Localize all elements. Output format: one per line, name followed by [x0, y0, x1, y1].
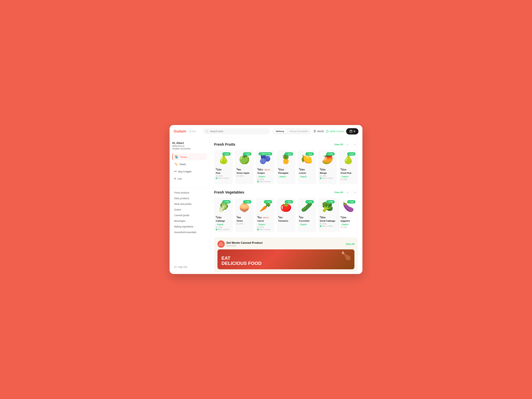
location-icon: [313, 130, 316, 133]
fruits-prev-button[interactable]: ‹: [345, 142, 350, 147]
product-card-lemon[interactable]: + Add 🍋 $2300 Lemon Organic: [298, 150, 316, 184]
fruits-view-all[interactable]: View All: [334, 143, 343, 146]
product-card-grapes[interactable]: + Add to Cart 🫐 $2012 $50.12 Grapes Orga…: [256, 150, 274, 184]
greeting-store: Gudam Groceries: [172, 147, 207, 150]
fruits-section-header: Fresh Fruits View All ‹ ›: [214, 142, 358, 147]
header: Gudam ‹ all store Delivery Pickup Unavai…: [170, 125, 362, 138]
product-card-pineapple[interactable]: + Add 🍍 $2100 Pineapple Organic: [277, 150, 295, 184]
cabbage-per-lb: $1.19/lb: [216, 226, 231, 228]
svg-line-1: [208, 132, 208, 132]
onion-per-lb: $1.19/lb: [237, 223, 252, 225]
nav-label-deals: Deals: [180, 163, 186, 165]
eggplant-emoji: 🍆: [342, 202, 354, 212]
product-card-onion[interactable]: + Add 🧅 $400 Onion $1.19/lb: [235, 198, 254, 232]
lemon-name: Lemon: [299, 172, 315, 174]
pineapple-add-button[interactable]: + Add: [285, 152, 293, 156]
tomatoes-add-button[interactable]: + Add: [285, 200, 293, 203]
delivery-time-display[interactable]: within 5 hours: [326, 130, 344, 133]
vegetables-actions: View All ‹ ›: [334, 190, 358, 195]
cucumber-add-button[interactable]: + Add: [305, 200, 314, 203]
product-card-carrot[interactable]: + Add 🥕 $512 $50.12 Carrot Organic $1.19…: [256, 198, 274, 232]
eggplant-add-button[interactable]: + Add: [347, 200, 355, 203]
del-monte-banner-text: EAT DELICIOUS FOOD: [222, 256, 261, 266]
vegetables-view-all[interactable]: View All: [334, 191, 343, 194]
cart-button[interactable]: 0: [346, 128, 358, 134]
category-meat[interactable]: Meat and poultry: [172, 201, 207, 207]
great-cabbage-per-lb: $1.19/lb: [320, 223, 335, 225]
category-grains[interactable]: Grains: [172, 207, 207, 212]
sign-out-button[interactable]: Sign Out: [172, 264, 207, 270]
sign-out-label: Sign Out: [178, 266, 187, 268]
sign-out-icon: [174, 266, 177, 268]
fruits-next-button[interactable]: ›: [352, 142, 358, 147]
lemon-add-button[interactable]: + Add: [305, 152, 314, 156]
nav-item-deals[interactable]: 🏷️ Deals: [172, 161, 207, 168]
cart-icon: [349, 130, 352, 133]
del-monte-view-all[interactable]: View All: [346, 243, 355, 245]
green-apple-add-button[interactable]: + Add: [243, 152, 251, 156]
green-apple-name: Green Apple: [237, 172, 252, 174]
nav-label-shops: Shops: [180, 155, 187, 158]
great-cabbage-add-button[interactable]: + Add: [326, 200, 335, 203]
carrot-old-price: $50.12: [263, 217, 269, 219]
pickup-button[interactable]: Pickup Unavailable: [287, 129, 310, 133]
product-card-cabbage[interactable]: + Add 🥬 $1300 Cabbage Organic $1.19/lb M…: [214, 198, 233, 232]
nav-items: 🏪 Shops 🏷️ Deals ↩ Buy it Again ≡ List: [172, 153, 207, 182]
category-canned[interactable]: Canned goods: [172, 212, 207, 218]
grapes-add-to-cart-button[interactable]: + Add to Cart: [259, 152, 272, 155]
pear-emoji: 🍐: [218, 154, 229, 164]
product-card-cucumber[interactable]: + Add 🥒 $200 Cucumber Organic: [298, 198, 316, 232]
pear-add-button[interactable]: + Add: [222, 152, 231, 156]
onion-image: + Add 🧅: [237, 200, 252, 215]
mango-per-lb: $1.19/lb: [320, 175, 335, 177]
category-household[interactable]: Household essentials: [172, 229, 207, 235]
fruits-grid: + Add 🍐 $1300 Pear $1.19/lb Many in stoc…: [214, 150, 358, 184]
product-card-mango[interactable]: + Add 🥭 $2300 Mango $1.19/lb Many in sto…: [318, 150, 337, 184]
green-apple-image: + Add 🍏: [237, 152, 252, 167]
search-bar[interactable]: [203, 128, 270, 134]
product-card-tomatoes[interactable]: + Add 🍅 $300 Tomatoes: [277, 198, 295, 232]
product-card-great-pear[interactable]: + Add 🍐 $2100 Great Pear Organic $1.19/l…: [339, 150, 358, 184]
nav-item-shops[interactable]: 🏪 Shops: [172, 153, 207, 160]
product-card-great-cabbage[interactable]: + Add 🥦 $3200 Great Cabbage $1.19/lb Man…: [318, 198, 337, 232]
nav-item-list[interactable]: ≡ List: [172, 175, 207, 182]
all-store-link[interactable]: ‹ all store: [188, 130, 196, 133]
product-card-green-apple[interactable]: + Add 🍏 $400 Green Apple $1.19/lb: [235, 150, 254, 184]
cucumber-emoji: 🥒: [301, 202, 313, 212]
cabbage-add-button[interactable]: + Add: [222, 200, 231, 203]
mango-price: $2300: [320, 168, 335, 171]
eggplant-badge: Organic: [341, 223, 350, 226]
great-pear-add-button[interactable]: + Add: [347, 152, 355, 156]
category-dairy[interactable]: Dairy products: [172, 196, 207, 201]
grapes-old-price: $50.12: [265, 169, 270, 171]
cucumber-name: Cucumber: [299, 220, 315, 222]
search-input[interactable]: [210, 130, 267, 133]
vegetables-prev-button[interactable]: ‹: [345, 190, 350, 195]
mango-add-button[interactable]: + Add: [326, 152, 335, 156]
vegetables-title: Fresh Vegetables: [214, 190, 244, 195]
product-card-pear[interactable]: + Add 🍐 $1300 Pear $1.19/lb Many in stoc…: [214, 150, 233, 184]
carrot-add-button[interactable]: + Add: [264, 200, 272, 203]
grapes-badge: Organic: [257, 175, 266, 178]
sidebar: Hi, Albert Welcome to Gudam Groceries 🏪 …: [170, 138, 209, 274]
onion-add-button[interactable]: + Add: [243, 200, 251, 203]
mango-image: + Add 🥭: [320, 152, 335, 167]
cucumber-image: + Add 🥒: [299, 200, 315, 215]
vegetables-next-button[interactable]: ›: [352, 190, 358, 195]
del-monte-brand: DelMonte Del Monte Canned Product Sponso…: [217, 241, 262, 248]
location-display[interactable]: 94105: [313, 130, 324, 133]
tomatoes-emoji: 🍅: [280, 202, 292, 212]
food-decoration-icon: 🍗: [341, 251, 351, 261]
nav-item-buy-again[interactable]: ↩ Buy it Again: [172, 168, 207, 175]
grapes-name: Grapes: [257, 172, 273, 174]
category-baking[interactable]: Baking ingredients: [172, 224, 207, 229]
category-fresh-produce[interactable]: Fresh produce: [172, 190, 207, 196]
delivery-button[interactable]: Delivery: [273, 129, 287, 133]
del-monte-banner: EAT DELICIOUS FOOD 🍗: [217, 249, 355, 269]
cabbage-badge: Organic: [216, 223, 225, 226]
del-monte-title-area: Del Monte Canned Product Sponsored: [226, 241, 262, 247]
onion-emoji: 🧅: [239, 202, 250, 212]
product-card-eggplant[interactable]: + Add 🍆 $1200 Eggplant Organic $1.19/lb: [339, 198, 358, 232]
user-greeting: Hi, Albert Welcome to Gudam Groceries: [172, 142, 207, 150]
category-beverages[interactable]: Beverages: [172, 218, 207, 224]
